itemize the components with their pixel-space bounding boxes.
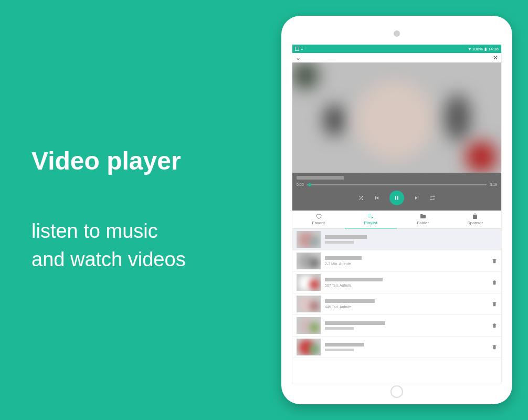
play-pause-button[interactable] (389, 191, 404, 205)
collapse-icon[interactable]: ⌄ (295, 54, 301, 61)
playlist-item-text (325, 343, 488, 351)
time-current: 0:00 (297, 183, 304, 186)
video-blur (445, 94, 471, 141)
promo-subtitle-line-1: listen to music (31, 217, 281, 245)
playlist-item[interactable]: 2-3 Min. Aufrufe (292, 250, 501, 272)
tab-folder[interactable]: Folder (397, 211, 449, 228)
playlist-item-text (325, 235, 497, 244)
item-subtitle-placeholder (325, 349, 354, 351)
item-subtitle: 445 Tsd. Aufrufe (325, 305, 488, 309)
tab-label: Folder (417, 220, 429, 225)
playlist-item-text: 507 Tsd. Aufrufe (325, 278, 488, 287)
item-title-placeholder (325, 278, 383, 281)
video-blur (466, 141, 497, 173)
seek-handle[interactable] (308, 183, 311, 186)
tab-favorit[interactable]: Favorit (292, 211, 345, 228)
playlist[interactable]: 2-3 Min. Aufrufe507 Tsd. Aufrufe445 Tsd.… (292, 229, 501, 383)
playlist-item[interactable] (292, 229, 501, 250)
promo-subtitle: listen to music and watch videos (31, 217, 281, 273)
delete-icon[interactable] (492, 344, 497, 350)
delete-icon[interactable] (492, 279, 497, 286)
playlist-item[interactable] (292, 315, 501, 337)
video-blur (355, 81, 434, 160)
video-blur (292, 62, 319, 89)
next-icon[interactable] (414, 195, 420, 201)
playlist-item-text: 445 Tsd. Aufrufe (325, 299, 488, 309)
player-controls-panel: 0:00 3:19 (292, 173, 501, 211)
tab-bar: FavoritPlaylistFolderSponsor (292, 211, 501, 229)
status-notif-icon: ≡ (301, 47, 303, 51)
player-header: ⌄ ✕ (292, 53, 501, 62)
seek-bar[interactable] (307, 184, 487, 185)
battery-icon: ▮ (484, 47, 487, 51)
tab-label: Favorit (312, 220, 325, 225)
repeat-icon[interactable] (429, 195, 436, 201)
clock: 14:36 (488, 47, 499, 51)
close-icon[interactable]: ✕ (493, 54, 498, 61)
status-right-icons: ▾ 100% ▮ 14:36 (469, 47, 499, 51)
tab-label: Playlist (364, 220, 377, 225)
shuffle-icon[interactable] (358, 195, 364, 201)
delete-icon[interactable] (492, 258, 497, 264)
progress-row: 0:00 3:19 (297, 183, 497, 186)
tab-playlist[interactable]: Playlist (345, 211, 397, 228)
item-title-placeholder (325, 299, 375, 303)
tab-label: Sponsor (467, 220, 483, 225)
status-app-icon (295, 47, 299, 51)
track-title-placeholder (297, 176, 344, 180)
item-title-placeholder (325, 235, 367, 239)
promo-text-block: Video player listen to music and watch v… (0, 146, 281, 273)
tablet-camera (394, 30, 400, 37)
tablet-device-frame: ≡ ▾ 100% ▮ 14:36 ⌄ ✕ 0:00 (281, 16, 512, 404)
item-subtitle: 2-3 Min. Aufrufe (325, 262, 488, 266)
item-subtitle-placeholder (325, 327, 354, 330)
status-left-icons: ≡ (295, 47, 303, 51)
time-total: 3:19 (490, 183, 497, 186)
video-thumbnail (297, 231, 321, 248)
tablet-home-button (390, 385, 403, 398)
video-playback-area[interactable] (292, 62, 501, 173)
item-subtitle-placeholder (325, 241, 354, 244)
video-blur (324, 104, 345, 136)
video-thumbnail (297, 339, 321, 355)
video-thumbnail (297, 296, 321, 312)
playlist-item-text: 2-3 Min. Aufrufe (325, 256, 488, 266)
app-screen: ≡ ▾ 100% ▮ 14:36 ⌄ ✕ 0:00 (292, 44, 502, 383)
pause-icon (394, 195, 400, 201)
android-status-bar: ≡ ▾ 100% ▮ 14:36 (292, 45, 501, 53)
item-title-placeholder (325, 321, 385, 325)
playlist-item-text (325, 321, 488, 330)
playlist-item[interactable]: 445 Tsd. Aufrufe (292, 293, 501, 315)
item-title-placeholder (325, 256, 362, 260)
transport-controls (297, 191, 497, 205)
tab-sponsor[interactable]: Sponsor (449, 211, 502, 228)
playlist-item[interactable]: 507 Tsd. Aufrufe (292, 272, 501, 293)
battery-percent: 100% (472, 47, 483, 51)
previous-icon[interactable] (374, 195, 380, 201)
wifi-icon: ▾ (469, 47, 471, 51)
item-title-placeholder (325, 343, 364, 346)
video-thumbnail (297, 317, 321, 334)
delete-icon[interactable] (492, 322, 497, 329)
delete-icon[interactable] (492, 301, 497, 307)
promo-subtitle-line-2: and watch videos (31, 246, 281, 274)
item-subtitle: 507 Tsd. Aufrufe (325, 284, 488, 287)
video-thumbnail (297, 253, 321, 269)
playlist-item[interactable] (292, 337, 501, 358)
promo-title: Video player (31, 146, 281, 175)
video-thumbnail (297, 274, 321, 291)
